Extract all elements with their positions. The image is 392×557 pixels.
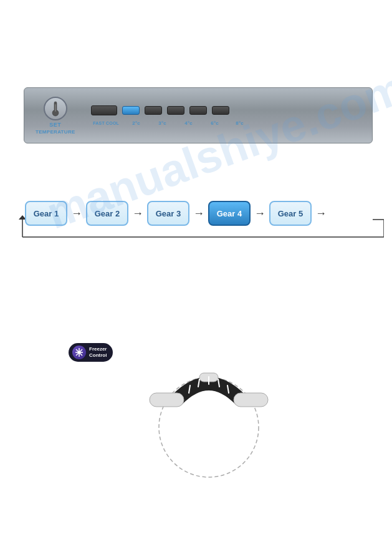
set-label: SET bbox=[49, 122, 61, 128]
panel-labels-row: FAST COOL 2°c 3°c 4°c 6°c 8°c bbox=[89, 120, 252, 126]
svg-rect-2 bbox=[55, 104, 56, 112]
temp-button-2[interactable] bbox=[145, 106, 162, 115]
snowflake-icon bbox=[75, 347, 84, 357]
gear-box-3[interactable]: Gear 3 bbox=[147, 201, 189, 226]
temp-label-3c: 3°c bbox=[150, 120, 176, 126]
dial-container bbox=[137, 331, 280, 480]
temperature-panel: SET TEMPERATURE FAST COOL 2°c 3°c 4°c 6°… bbox=[24, 87, 373, 143]
temp-button-1[interactable] bbox=[122, 106, 140, 115]
panel-buttons-row bbox=[91, 105, 229, 115]
gear-arrow-1: → bbox=[71, 207, 82, 220]
fast-cool-button[interactable] bbox=[91, 105, 117, 115]
freezer-badge-icon bbox=[72, 346, 86, 359]
temp-label-8c: 8°c bbox=[228, 120, 252, 126]
freezer-badge-text: Freezer Control bbox=[89, 346, 107, 358]
temp-button-5[interactable] bbox=[212, 106, 229, 115]
gear-box-5[interactable]: Gear 5 bbox=[269, 201, 312, 226]
dial-svg bbox=[137, 331, 280, 480]
temp-button-4[interactable] bbox=[189, 106, 207, 115]
gear-row: Gear 1 → Gear 2 → Gear 3 → Gear 4 → Gear… bbox=[25, 201, 330, 226]
thermometer-icon bbox=[49, 100, 62, 117]
svg-point-13 bbox=[159, 377, 259, 477]
gear-box-2[interactable]: Gear 2 bbox=[86, 201, 128, 226]
gear-arrow-2: → bbox=[132, 207, 143, 220]
gear-arrow-3: → bbox=[193, 207, 204, 220]
temp-label-6c: 6°c bbox=[202, 120, 228, 126]
fast-cool-label: FAST COOL bbox=[89, 121, 123, 125]
freezer-badge: Freezer Control bbox=[69, 343, 113, 362]
gear-arrow-5: → bbox=[315, 207, 327, 220]
panel-controls: FAST COOL 2°c 3°c 4°c 6°c 8°c bbox=[88, 105, 361, 126]
temp-label-4c: 4°c bbox=[176, 120, 202, 126]
gear-box-4[interactable]: Gear 4 bbox=[208, 201, 251, 226]
gear-loop-container: Gear 1 → Gear 2 → Gear 3 → Gear 4 → Gear… bbox=[11, 193, 384, 243]
svg-rect-14 bbox=[150, 393, 184, 407]
set-icon-group: SET TEMPERATURE bbox=[36, 97, 75, 135]
set-circle bbox=[44, 97, 67, 120]
gear-box-1[interactable]: Gear 1 bbox=[25, 201, 67, 226]
temperature-label: TEMPERATURE bbox=[36, 129, 75, 135]
svg-rect-15 bbox=[234, 393, 268, 407]
temp-label-2c: 2°c bbox=[123, 120, 150, 126]
temp-button-3[interactable] bbox=[167, 106, 184, 115]
gear-arrow-4: → bbox=[254, 207, 265, 220]
